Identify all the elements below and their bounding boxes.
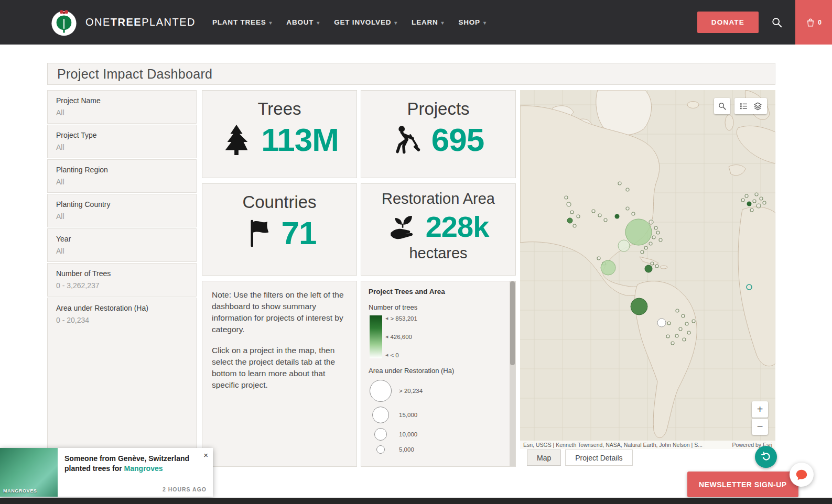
map-search-button[interactable] — [714, 98, 730, 114]
stat-title: Trees — [202, 99, 356, 119]
bag-icon — [806, 18, 815, 27]
scrollbar-thumb[interactable] — [510, 281, 515, 365]
gradient-tick: ◀426,600 — [385, 334, 417, 340]
stat-value: 113M — [261, 121, 339, 158]
nav-item-plant-trees[interactable]: PLANT TREES ▾ — [212, 18, 272, 26]
brand-planted: PLANTED — [142, 16, 196, 28]
stat-card-countries: Countries 71 — [202, 183, 357, 276]
filter-project-name[interactable]: Project Name All — [47, 90, 197, 124]
filter-label: Project Name — [56, 96, 188, 105]
notification-message: Someone from Genève, Switzerland planted… — [64, 454, 206, 474]
project-marker-dark[interactable] — [631, 298, 647, 315]
project-marker[interactable] — [601, 260, 615, 275]
stat-title: Countries — [202, 192, 356, 212]
area-tick-label: > 20,234 — [399, 388, 423, 394]
stat-value: 695 — [431, 121, 484, 158]
nav-item-about[interactable]: ABOUT ▾ — [286, 18, 320, 26]
tick-label: > 853,201 — [390, 315, 417, 322]
filter-label: Project Type — [56, 131, 188, 139]
tick-label: 426,600 — [390, 334, 412, 340]
refresh-icon — [760, 451, 772, 463]
cart-button[interactable]: 0 — [795, 0, 832, 45]
size-circle-icon — [376, 445, 385, 454]
brand-name: ONETREEPLANTED — [85, 16, 196, 28]
project-marker[interactable] — [747, 202, 752, 206]
brand-one: ONE — [85, 16, 111, 28]
legend-title: Project Trees and Area — [369, 288, 508, 295]
map-canvas — [520, 90, 775, 449]
chat-launcher-button[interactable] — [790, 463, 814, 487]
project-marker[interactable] — [615, 214, 620, 219]
legend-scrollbar[interactable] — [510, 281, 515, 466]
nav-item-label: LEARN — [412, 18, 438, 26]
filter-value: All — [56, 178, 188, 186]
nav-item-get-involved[interactable]: GET INVOLVED ▾ — [334, 18, 397, 26]
tick-label: < 0 — [390, 352, 398, 358]
filter-sidebar: Project Name All Project Type All Planti… — [47, 90, 197, 467]
area-legend-row: 15,000 — [369, 407, 508, 423]
zoom-out-button[interactable]: − — [752, 419, 768, 435]
filter-planting-country[interactable]: Planting Country All — [47, 194, 197, 227]
nav-item-label: PLANT TREES — [212, 18, 266, 26]
area-tick-label: 5,000 — [399, 446, 414, 453]
mangroves-link[interactable]: Mangroves — [124, 464, 163, 473]
filter-planting-region[interactable]: Planting Region All — [47, 159, 197, 193]
filter-label: Area under Restoration (Ha) — [56, 304, 188, 312]
magnifier-icon — [718, 102, 727, 111]
nav-right-controls: DONATE 0 — [697, 0, 832, 45]
filter-year[interactable]: Year All — [47, 228, 197, 262]
tick-arrow-icon: ◀ — [385, 353, 388, 357]
close-icon[interactable]: × — [203, 451, 208, 459]
instructions-note: Note: Use the filters on the left of the… — [202, 281, 357, 467]
project-marker[interactable] — [567, 218, 572, 223]
filter-value: 0 - 20,234 — [56, 316, 188, 324]
stat-card-restoration-area: Restoration Area 228k hectares — [361, 183, 516, 276]
project-marker[interactable] — [657, 319, 666, 327]
gradient-tick: ◀> 853,201 — [385, 315, 417, 322]
onetreeplanted-logo[interactable] — [50, 8, 78, 37]
chevron-down-icon: ▾ — [394, 20, 397, 26]
filter-value: All — [56, 247, 188, 255]
layers-icon[interactable] — [753, 102, 762, 111]
project-marker[interactable] — [645, 265, 652, 272]
filter-value: All — [56, 108, 188, 117]
tab-project-details[interactable]: Project Details — [565, 450, 632, 466]
map-attribution: Esri, USGS | Kenneth Townsend, NASA, Nat… — [520, 441, 775, 449]
legend-trees-label: Number of trees — [369, 303, 508, 311]
attribution-text: Esri, USGS | Kenneth Townsend, NASA, Nat… — [523, 442, 703, 448]
newsletter-signup-button[interactable]: NEWSLETTER SIGN-UP — [687, 472, 798, 497]
gradient-tick: ◀< 0 — [385, 352, 417, 358]
stat-unit: hectares — [361, 245, 515, 262]
size-circle-icon — [372, 407, 389, 423]
tab-map[interactable]: Map — [527, 450, 561, 466]
donate-button[interactable]: DONATE — [697, 12, 759, 33]
nav-item-shop[interactable]: SHOP ▾ — [458, 18, 486, 26]
notification-photo: MANGROVES — [0, 448, 58, 497]
filter-label: Number of Trees — [56, 269, 188, 278]
area-legend-row: > 20,234 — [369, 380, 508, 402]
search-icon[interactable] — [771, 17, 783, 28]
notification-timestamp: 2 HOURS AGO — [163, 486, 207, 492]
chat-bubble-icon — [795, 468, 808, 481]
filter-project-type[interactable]: Project Type All — [47, 125, 197, 158]
projects-map[interactable]: + − Esri, USGS | Kenneth Townsend, NASA,… — [520, 90, 775, 449]
map-tools-group — [734, 98, 767, 114]
refresh-button[interactable] — [755, 446, 777, 468]
chevron-down-icon: ▾ — [483, 20, 487, 26]
project-marker-large[interactable] — [625, 219, 652, 245]
chevron-down-icon: ▾ — [317, 20, 320, 26]
stat-value: 228k — [426, 210, 489, 244]
filter-number-of-trees[interactable]: Number of Trees 0 - 3,262,237 — [47, 263, 197, 297]
filter-area-under-restoration[interactable]: Area under Restoration (Ha) 0 - 20,234 — [47, 298, 197, 467]
tree-icon — [220, 124, 253, 156]
brand-tree: TREE — [111, 16, 142, 28]
project-marker[interactable] — [618, 240, 630, 251]
legend-list-icon[interactable] — [739, 102, 748, 111]
planter-person-icon — [393, 125, 423, 155]
trees-gradient-legend: ◀> 853,201 ◀426,600 ◀< 0 — [370, 315, 508, 358]
zoom-in-button[interactable]: + — [752, 401, 768, 418]
filter-label: Year — [56, 235, 188, 243]
area-size-legend: > 20,234 15,000 10,000 5,000 — [369, 380, 508, 454]
photo-caption: MANGROVES — [3, 488, 37, 494]
nav-item-learn[interactable]: LEARN ▾ — [412, 18, 444, 26]
